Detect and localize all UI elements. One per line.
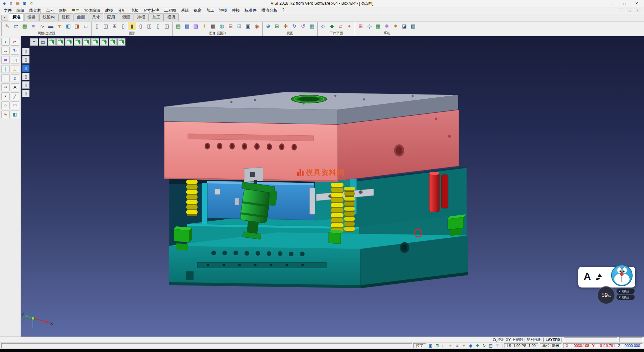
tab-surface[interactable]: 曲面 — [73, 13, 88, 21]
view-mode-label[interactable]: 绝对视图 — [527, 337, 542, 342]
hidden-line-icon[interactable]: ◫ — [145, 22, 154, 30]
measure-icon[interactable]: ⌀ — [11, 74, 19, 82]
zoom-all-icon[interactable]: ⊕ — [264, 22, 272, 30]
plugins-icon[interactable]: ✶ — [391, 22, 400, 30]
maximize-button[interactable]: □ — [619, 0, 631, 7]
shaded-mode-icon[interactable]: ▮ — [128, 22, 136, 30]
scale-icon[interactable]: ◿ — [11, 56, 19, 64]
rotate-icon[interactable]: ↻ — [11, 47, 19, 55]
preferences-icon[interactable]: ❖ — [383, 22, 391, 30]
line-icon[interactable]: ╱ — [11, 92, 19, 100]
view-right-icon[interactable] — [91, 38, 99, 46]
new-document-icon[interactable]: ▯ — [8, 1, 14, 6]
pan-view-icon[interactable]: ✚ — [281, 22, 290, 30]
snapshot-slot-3-icon[interactable]: ▯ — [22, 64, 30, 72]
tab-machining[interactable]: 加工 — [149, 13, 164, 21]
tab-edit[interactable]: 编辑 — [24, 13, 39, 21]
layers-status-icon[interactable]: ▤ — [488, 343, 494, 348]
menu-help[interactable]: ? — [280, 7, 287, 14]
view-isometric-icon[interactable] — [48, 38, 56, 46]
line-type-icon[interactable]: ∿ — [38, 22, 46, 30]
wireframe-mode-icon[interactable]: ▯ — [137, 22, 145, 30]
tab-wireframe[interactable]: 线架构 — [39, 13, 58, 21]
osnap-toggle-icon[interactable]: ◉ — [468, 343, 474, 348]
snapshot-slot-6-icon[interactable]: ▯ — [22, 90, 30, 97]
rotate-view-icon[interactable]: ↻ — [290, 22, 299, 30]
grid-settings-icon[interactable]: ▦ — [374, 22, 382, 30]
shadows-icon[interactable]: ▩ — [209, 22, 217, 30]
ortho-toggle-icon[interactable]: ∟ — [441, 343, 447, 348]
render-quality-icon[interactable]: ▤ — [174, 22, 182, 30]
quick-filter-icon[interactable]: ▼ — [461, 343, 467, 348]
assistant-overlay-card[interactable]: A — [578, 267, 635, 288]
tab-die[interactable]: 冲模 — [134, 13, 149, 21]
view-bottom-icon[interactable] — [100, 38, 108, 46]
menu-moldflow[interactable]: 模流分析 — [259, 7, 280, 14]
menu-solid-edit[interactable]: 实体编辑 — [82, 7, 103, 14]
save-document-icon[interactable]: ▣ — [21, 1, 28, 6]
snapshot-slot-2-icon[interactable]: ▯ — [22, 56, 30, 63]
selection-mask-icon[interactable]: □ — [82, 22, 90, 30]
attribute-display-icon[interactable]: ≡ — [454, 343, 461, 348]
arc-icon[interactable]: ◠ — [11, 101, 19, 109]
layer-manager-icon[interactable]: ≡ — [29, 22, 38, 30]
view-dynamic-icon[interactable] — [117, 38, 125, 46]
view-list-icon[interactable]: ≡ — [30, 38, 38, 46]
menu-system[interactable]: 系统 — [178, 7, 191, 14]
help-status-icon[interactable]: ? — [494, 343, 501, 348]
view-back-icon[interactable] — [74, 38, 82, 46]
view-manager-icon[interactable]: ▦ — [308, 22, 316, 30]
search-icon[interactable] — [493, 338, 496, 341]
lighting-icon[interactable]: ☀ — [200, 22, 209, 30]
edit-attributes-icon[interactable]: ✎ — [3, 22, 11, 30]
taskbar[interactable] — [0, 349, 644, 352]
dimension-icon[interactable]: ↦ — [1, 83, 10, 91]
tab-standard[interactable]: 标准 — [9, 13, 24, 21]
menu-standard-parts[interactable]: 标准件 — [242, 7, 259, 14]
mdi-minimize-button[interactable]: – — [618, 8, 625, 13]
surface-icon[interactable]: ◧ — [11, 111, 19, 118]
menu-window[interactable]: 视窗 — [191, 7, 204, 14]
snap-settings-icon[interactable]: ▣ — [427, 343, 434, 348]
mirror-icon[interactable]: ⇌ — [1, 56, 10, 64]
four-viewports-icon[interactable]: ⊞ — [110, 22, 119, 30]
element-filter-icon[interactable]: ▼ — [55, 22, 64, 30]
grid-toggle-icon[interactable]: ⊞ — [434, 343, 440, 348]
offset-icon[interactable]: ∥ — [1, 65, 10, 73]
menu-die[interactable]: 冲模 — [229, 7, 242, 14]
tracking-toggle-icon[interactable]: ✚ — [474, 343, 481, 348]
delete-icon[interactable]: ✂ — [11, 38, 19, 46]
workplane-xz-icon[interactable]: ◆ — [328, 22, 336, 30]
mdi-restore-button[interactable]: □ — [626, 8, 633, 13]
circle-icon[interactable]: ○ — [1, 101, 10, 109]
copy-attributes-icon[interactable]: ⇄ — [12, 22, 20, 30]
clipping-plane-icon[interactable]: ⊡ — [235, 22, 244, 30]
info-icon[interactable]: ▨ — [409, 22, 417, 30]
dynamic-rotate-icon[interactable]: ▯ — [154, 22, 162, 30]
workplane-align-icon[interactable]: ▱ — [336, 22, 345, 30]
app-logo-icon[interactable]: ◆ — [1, 1, 7, 6]
close-button[interactable]: ✕ — [631, 0, 643, 7]
line-width-icon[interactable]: ▬ — [47, 22, 55, 30]
two-viewports-icon[interactable]: ◫ — [102, 22, 110, 30]
tab-overflow-button[interactable]: ▾ — [1, 15, 8, 20]
wcs-toggle-icon[interactable]: ⌖ — [447, 343, 454, 348]
menu-machining[interactable]: 加工 — [204, 7, 217, 14]
tab-modeling[interactable]: 建模 — [58, 13, 73, 21]
menu-mesh[interactable]: 网格 — [56, 7, 69, 14]
viewport[interactable]: ≡▤ ▯▯▯▯▯▯ Y X 模具资料网 A — [0, 36, 644, 337]
minimize-button[interactable]: – — [606, 0, 619, 7]
view-trimetric-icon[interactable] — [109, 38, 117, 46]
workplane-xy-icon[interactable]: ◇ — [319, 22, 327, 30]
edge-display-icon[interactable]: ▣ — [244, 22, 252, 30]
menu-electrode[interactable]: 电极 — [128, 7, 141, 14]
menu-surface[interactable]: 曲面 — [69, 7, 82, 14]
refresh-status-icon[interactable]: ↻ — [481, 343, 487, 348]
perspective-icon[interactable]: ◉ — [253, 22, 261, 30]
curve-icon[interactable]: ∿ — [1, 111, 10, 118]
menu-wireframe[interactable]: 线架构 — [27, 7, 44, 14]
surface-filter-icon[interactable]: ◨ — [73, 22, 81, 30]
undo-icon[interactable]: ↺ — [28, 1, 34, 6]
zoom-extents-icon[interactable]: ◫ — [163, 22, 171, 30]
menu-point-cloud[interactable]: 点云 — [44, 7, 56, 14]
